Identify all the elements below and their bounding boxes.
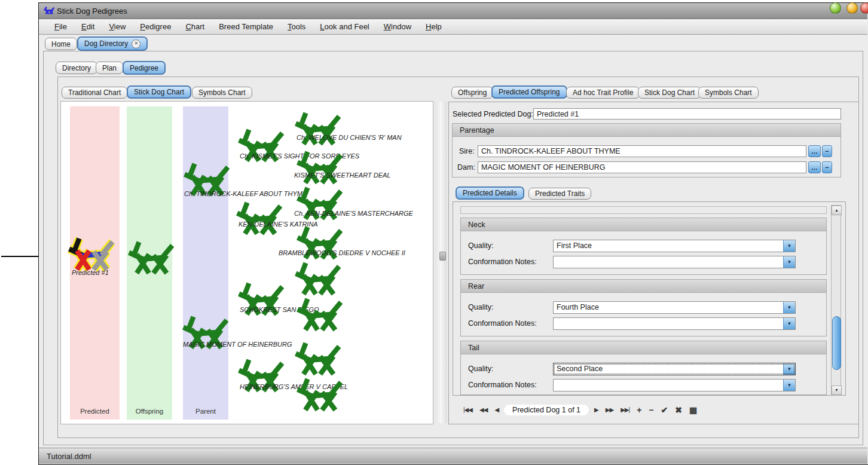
parentage-header: Parentage: [453, 124, 841, 137]
scrollbar-thumb[interactable]: [832, 316, 841, 370]
nav-grid[interactable]: ▦: [687, 404, 699, 416]
tab-directory-label: Directory: [62, 64, 91, 72]
menu-item-help[interactable]: Help: [418, 20, 449, 33]
sire-lookup-button[interactable]: …: [808, 145, 821, 157]
nav-fast-rewind[interactable]: ◀◀: [478, 405, 489, 414]
tab-predicted-traits-label: Predicted Traits: [535, 189, 585, 198]
selected-predicted-dog-field[interactable]: Predicted #1: [533, 108, 841, 120]
menu-item-window[interactable]: Window: [377, 20, 418, 33]
tab-directory[interactable]: Directory: [56, 62, 97, 74]
tab-offspring[interactable]: Offspring: [451, 87, 493, 99]
stick-dog-icon-offspring-dog[interactable]: [127, 240, 174, 275]
menu-item-breed-template[interactable]: Breed Template: [212, 20, 280, 33]
menu-item-view[interactable]: View: [102, 20, 133, 33]
dog-name-label: KISMET'S SWEETHEART DEAL: [294, 172, 390, 179]
nav-commit[interactable]: ✔: [659, 404, 670, 416]
tab-plan-label: Plan: [102, 64, 117, 72]
menu-item-file[interactable]: File: [47, 20, 74, 33]
sire-remove-button[interactable]: −: [822, 145, 832, 157]
menu-item-edit[interactable]: Edit: [74, 20, 102, 33]
dam-field[interactable]: MAGIC MOMENT OF HEINERBURG: [478, 161, 806, 173]
menu-item-chart[interactable]: Chart: [178, 20, 212, 33]
window-maximize-button[interactable]: [846, 2, 858, 14]
status-bar: Tutorial.ddml: [39, 448, 867, 464]
chevron-down-icon[interactable]: ▼: [783, 318, 795, 329]
stick-dog-icon-ggp5[interactable]: [294, 261, 341, 296]
tab-predicted-details[interactable]: Predicted Details: [456, 186, 524, 200]
window-minimize-button[interactable]: [830, 2, 841, 14]
rear-notes-value: [554, 318, 783, 329]
tab-adhoc-trait-profile[interactable]: Ad hoc Trait Profile: [566, 87, 640, 99]
tab-right-symbols-chart[interactable]: Symbols Chart: [698, 87, 759, 99]
nav-fast-forward[interactable]: ▶▶: [604, 405, 615, 414]
rear-quality-combo[interactable]: Fourth Place ▼: [553, 301, 796, 314]
title-bar: Stick Dog Pedigrees: [39, 3, 867, 19]
predicted-dog-icon-predicted-1[interactable]: [68, 237, 114, 271]
column-label-parent: Parent: [183, 408, 228, 415]
nav-add[interactable]: +: [635, 404, 643, 416]
tab-pedigree[interactable]: Pedigree: [123, 61, 166, 75]
stick-dog-icon-ggp6[interactable]: [296, 297, 343, 332]
nav-first[interactable]: |◀◀: [461, 405, 474, 414]
menu-item-pedigree[interactable]: Pedigree: [133, 20, 178, 33]
nav-last[interactable]: ▶▶|: [619, 405, 631, 414]
app-logo-dog-icon: [44, 6, 54, 15]
sire-field[interactable]: Ch. TINDROCK-KALEEF ABOUT THYME: [478, 145, 806, 157]
tab-predicted-offspring[interactable]: Predicted Offspring: [491, 85, 567, 99]
neck-notes-value: [554, 256, 783, 268]
dog-name-label: Predicted #1: [72, 269, 109, 276]
window-title: Stick Dog Pedigrees: [57, 7, 127, 16]
rear-notes-label: Conformation Notes:: [468, 319, 537, 328]
trait-section-partial: [460, 206, 827, 214]
tab-traditional-chart[interactable]: Traditional Chart: [62, 87, 127, 99]
tab-predicted-details-label: Predicted Details: [463, 189, 517, 197]
tab-predicted-traits[interactable]: Predicted Traits: [528, 188, 591, 200]
tab-symbols-chart[interactable]: Symbols Chart: [192, 87, 252, 99]
stick-dog-icon-ggp8[interactable]: [296, 377, 343, 412]
tab-symbols-chart-label: Symbols Chart: [198, 88, 246, 97]
stick-dog-icon-gp2[interactable]: [236, 201, 282, 235]
nav-delete[interactable]: −: [647, 404, 655, 416]
scroll-up-arrow[interactable]: ▲: [832, 206, 842, 215]
sire-label: Sire:: [459, 147, 475, 155]
details-scrollbar[interactable]: ▲ ▼: [831, 205, 841, 396]
tab-right-stick-dog-chart[interactable]: Stick Dog Chart: [638, 87, 701, 99]
stick-dog-icon-ggp7[interactable]: [294, 341, 341, 376]
column-label-predicted: Predicted: [70, 408, 120, 415]
chevron-down-icon[interactable]: ▼: [783, 256, 795, 268]
tab-plan[interactable]: Plan: [96, 62, 123, 74]
nav-previous[interactable]: ◀: [493, 405, 500, 414]
neck-quality-value: First Place: [554, 240, 783, 252]
split-pane-divider[interactable]: [435, 102, 447, 423]
menu-item-look-and-feel[interactable]: Look and Feel: [313, 20, 376, 33]
chevron-down-icon[interactable]: ▼: [783, 363, 795, 375]
dam-lookup-button[interactable]: …: [808, 161, 821, 173]
dam-label: Dam:: [457, 163, 475, 172]
chevron-down-icon[interactable]: ▼: [783, 380, 795, 391]
dam-remove-button[interactable]: −: [822, 161, 832, 173]
nav-next[interactable]: ▶: [592, 405, 600, 414]
rear-quality-label: Quality:: [468, 303, 493, 311]
tail-notes-combo[interactable]: ▼: [553, 379, 796, 391]
scroll-down-arrow[interactable]: ▼: [832, 386, 842, 395]
rear-notes-combo[interactable]: ▼: [553, 317, 796, 330]
window-close-button[interactable]: [860, 2, 868, 14]
tab-home[interactable]: Home: [45, 38, 77, 50]
tab-dog-directory[interactable]: Dog Directory ✕: [77, 36, 148, 51]
stick-dog-icon-ggp2[interactable]: [296, 150, 343, 185]
chevron-down-icon[interactable]: ▼: [783, 302, 795, 313]
tab-home-label: Home: [51, 40, 71, 48]
nav-cancel[interactable]: ✖: [673, 404, 684, 416]
tab-right-symbols-chart-label: Symbols Chart: [705, 88, 752, 97]
neck-quality-combo[interactable]: First Place ▼: [553, 240, 796, 252]
neck-notes-label: Conformation Notes:: [468, 258, 537, 266]
menu-item-tools[interactable]: Tools: [280, 20, 313, 33]
split-pane-grip[interactable]: [439, 252, 446, 261]
neck-notes-combo[interactable]: ▼: [553, 256, 796, 268]
close-tab-icon[interactable]: ✕: [132, 39, 140, 48]
tab-stick-dog-chart[interactable]: Stick Dog Chart: [127, 85, 191, 99]
tail-quality-combo[interactable]: Second Place ▼: [553, 363, 796, 375]
rear-section-header: Rear: [461, 280, 826, 293]
tab-traditional-chart-label: Traditional Chart: [68, 88, 121, 97]
chevron-down-icon[interactable]: ▼: [783, 240, 795, 252]
